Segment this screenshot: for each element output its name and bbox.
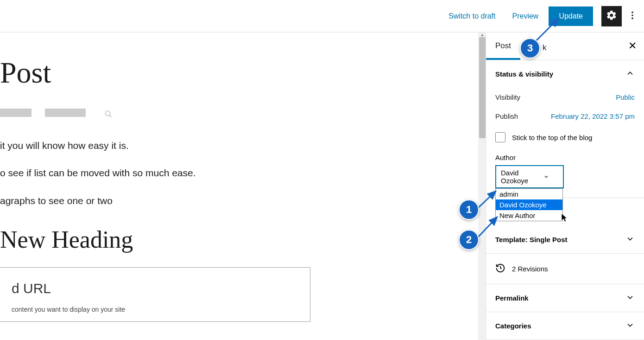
- svg-point-1: [631, 14, 633, 16]
- search-icon[interactable]: [104, 110, 113, 120]
- svg-point-0: [631, 12, 633, 13]
- publish-date-value[interactable]: February 22, 2022 3:57 pm: [551, 112, 635, 120]
- preview-button[interactable]: Preview: [506, 7, 545, 25]
- editor-canvas[interactable]: Post it you will know how easy it is. o …: [0, 32, 486, 340]
- author-option-new[interactable]: New Author: [496, 210, 562, 221]
- kebab-icon: [627, 10, 638, 22]
- embed-description: content you want to display on your site: [0, 306, 299, 313]
- publish-label: Publish: [495, 112, 518, 120]
- author-option-admin[interactable]: admin: [496, 189, 562, 199]
- svg-line-4: [109, 115, 112, 117]
- embed-title: d URL: [0, 281, 299, 296]
- chevron-down-icon: [543, 173, 549, 181]
- close-icon: ✕: [628, 40, 637, 51]
- author-selected-value: David Ozokoye: [501, 169, 543, 185]
- svg-point-2: [631, 18, 633, 19]
- permalink-panel: Permalink: [486, 284, 644, 312]
- author-label: Author: [495, 154, 635, 161]
- settings-button[interactable]: [601, 6, 622, 26]
- template-header[interactable]: Template: Single Post: [486, 226, 644, 253]
- chevron-down-icon: [625, 321, 635, 331]
- gear-icon: [606, 10, 617, 22]
- top-toolbar: Switch to draft Preview Update: [0, 0, 644, 32]
- paragraph-block[interactable]: agraphs to see one or two: [0, 194, 324, 207]
- section-title: Permalink: [495, 294, 529, 302]
- categories-panel: Categories: [486, 312, 644, 340]
- svg-marker-11: [562, 213, 567, 222]
- section-title: Categories: [495, 322, 531, 330]
- author-option-david[interactable]: David Ozokoye: [496, 199, 562, 210]
- chevron-down-icon: [625, 293, 635, 303]
- stick-to-top-label: Stick to the top of the blog: [512, 134, 592, 141]
- close-sidebar-button[interactable]: ✕: [628, 40, 637, 52]
- revisions-label: 2 Revisions: [512, 265, 548, 273]
- revisions-button[interactable]: 2 Revisions: [486, 254, 644, 284]
- cursor-icon: [562, 213, 569, 223]
- status-visibility-panel: Status & visibility Visibility Public Pu…: [486, 60, 644, 198]
- svg-point-3: [105, 111, 110, 116]
- scrollbar-thumb[interactable]: [479, 37, 486, 138]
- annotation-badge-2: 2: [459, 230, 479, 250]
- update-button[interactable]: Update: [549, 6, 593, 26]
- section-title: Template: Single Post: [495, 236, 568, 244]
- permalink-header[interactable]: Permalink: [486, 284, 644, 312]
- switch-to-draft-button[interactable]: Switch to draft: [442, 7, 502, 25]
- annotation-badge-3: 3: [520, 38, 540, 58]
- nav-placeholder: [45, 109, 86, 117]
- stick-to-top-checkbox[interactable]: [495, 132, 505, 142]
- author-select[interactable]: David Ozokoye: [495, 165, 564, 188]
- history-icon: [495, 263, 505, 275]
- settings-sidebar: Post k ✕ Status & visibility Visibility …: [486, 32, 644, 340]
- heading-block[interactable]: New Heading: [0, 226, 324, 253]
- tab-post[interactable]: Post: [486, 34, 520, 60]
- chevron-down-icon: [625, 234, 635, 245]
- visibility-value[interactable]: Public: [616, 93, 635, 101]
- annotation-badge-1: 1: [459, 199, 479, 220]
- author-dropdown: admin David Ozokoye New Author: [495, 188, 563, 221]
- nav-placeholder-row: [0, 109, 324, 120]
- embed-block[interactable]: d URL content you want to display on you…: [0, 267, 310, 322]
- categories-header[interactable]: Categories: [486, 312, 644, 340]
- chevron-up-icon: [625, 69, 635, 79]
- status-visibility-header[interactable]: Status & visibility: [486, 60, 644, 88]
- paragraph-block[interactable]: o see if list can be moved with so much …: [0, 166, 324, 180]
- visibility-label: Visibility: [495, 93, 520, 101]
- paragraph-block[interactable]: it you will know how easy it is.: [0, 139, 324, 152]
- nav-placeholder: [0, 109, 32, 117]
- post-title[interactable]: Post: [0, 56, 324, 90]
- more-options-button[interactable]: [625, 6, 639, 26]
- section-title: Status & visibility: [495, 70, 553, 78]
- template-panel: Template: Single Post: [486, 226, 644, 254]
